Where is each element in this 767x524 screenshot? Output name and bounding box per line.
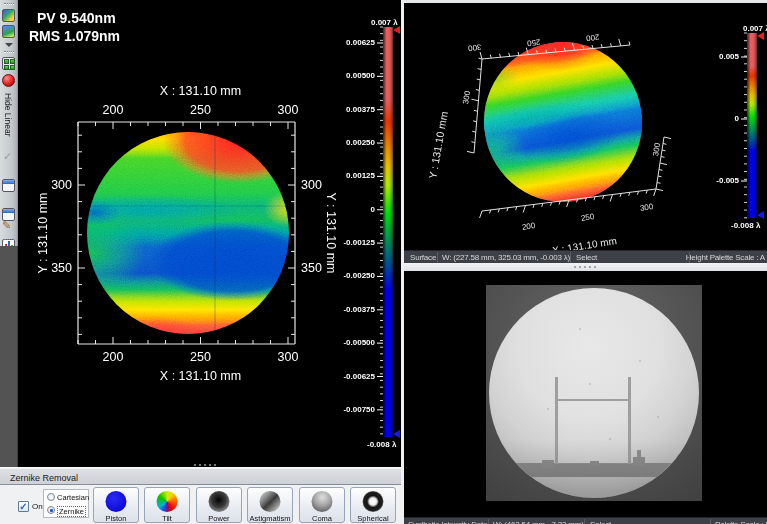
- piston-icon: [106, 491, 127, 512]
- check-icon[interactable]: ✓: [3, 150, 12, 163]
- power-icon: [209, 491, 230, 512]
- status-readout: W: (462.54 mm, -7.32 mm): [493, 520, 584, 524]
- colorbar-2d-max-marker[interactable]: [393, 26, 400, 34]
- colorbar-3d-max-marker[interactable]: [757, 32, 764, 40]
- colorbar-2d-tick-label: -0.00750: [325, 405, 375, 414]
- status-palette-scale: Height Palette Scale : A: [686, 253, 765, 262]
- status-palette-scale: Palette Scale : Intensity: [715, 520, 767, 524]
- zernike-button-label: Power: [197, 514, 241, 523]
- plot3d-back-tick-label: 300: [468, 42, 482, 52]
- zernike-button-label: Tilt: [145, 514, 189, 523]
- x-tick-label-top: 300: [273, 103, 303, 117]
- colorbar-2d-tick-label: 0.00125: [325, 171, 375, 180]
- x-tick-label-bottom: 300: [273, 350, 303, 364]
- colorbar-2d-tick-label: -0.00250: [325, 271, 375, 280]
- colorbar-3d-tick-label: 0: [689, 114, 739, 123]
- zernike-button-power[interactable]: Power: [196, 487, 242, 523]
- status-mode: Surface: [410, 253, 436, 262]
- zernike-button-label: Spherical: [351, 514, 395, 523]
- app-window: Hide Linear ✓ ✎ PV 9.540nm RMS 1.079nm X…: [0, 0, 767, 524]
- toolbar-grip-3[interactable]: [4, 239, 14, 241]
- x-tick-label-top: 200: [98, 103, 128, 117]
- colorbar-2d-min-marker[interactable]: [393, 430, 400, 438]
- dropdown-arrow-icon[interactable]: [5, 43, 13, 47]
- x-axis-title-top: X : 131.10 mm: [128, 84, 273, 98]
- colorbar-3d-tick-label: -0.005: [689, 176, 739, 185]
- radio-cartesian-label[interactable]: Cartesian: [57, 493, 89, 502]
- zernike-panel-header[interactable]: Zernike Removal: [0, 469, 401, 485]
- colorbar-2d-tick-label: 0.00375: [325, 105, 375, 114]
- pencil-icon[interactable]: ✎: [2, 219, 11, 232]
- colorbar-2d-gradient: [383, 27, 393, 437]
- hide-linear-label[interactable]: Hide Linear: [3, 93, 13, 136]
- y-axis-title-left: Y : 131.10 mm: [36, 178, 50, 288]
- plot3d-back-tick-label: 250: [527, 37, 541, 47]
- radio-cartesian[interactable]: [47, 493, 55, 501]
- radio-zernike-label[interactable]: Zernike: [57, 506, 86, 517]
- colorbar-2d-tick-label: 0: [325, 205, 375, 214]
- colorbar-2d-tick-label: 0.00500: [325, 71, 375, 80]
- colorbar-2d-tick-label: 0.00250: [325, 138, 375, 147]
- statusbar-divider: [488, 519, 489, 524]
- surface-map-icon[interactable]: [2, 9, 15, 22]
- on-checkbox-label: On: [32, 502, 43, 511]
- statusbar-divider: [710, 519, 711, 524]
- colorbar-2d-tick-label: -0.00500: [325, 338, 375, 347]
- on-checkbox[interactable]: ✓: [18, 501, 29, 512]
- radio-zernike[interactable]: [47, 506, 55, 514]
- plot3d-x-tick-label: 250: [580, 212, 595, 223]
- zernike-button-astigmatism[interactable]: Astigmatism: [247, 487, 293, 523]
- toolbar-dock-area: [0, 246, 18, 467]
- surface-map-2d-panel: PV 9.540nm RMS 1.079nm X : 131.10 mmX : …: [18, 0, 401, 467]
- status-mode: Synthetic Intensity Data: [408, 520, 487, 524]
- surface-map-2d[interactable]: [87, 132, 289, 334]
- zernike-panel-title: Zernike Removal: [10, 473, 78, 483]
- intensity-image[interactable]: [486, 285, 702, 501]
- zernike-button-tilt[interactable]: Tilt: [144, 487, 190, 523]
- zernike-button-label: Astigmatism: [248, 514, 292, 523]
- camera-panel: [404, 271, 767, 517]
- statusbar-divider: [584, 519, 585, 524]
- status-action: Select: [590, 520, 611, 524]
- colorbar-2d-min-label: -0.008 λ: [367, 440, 396, 449]
- toolbar-grip[interactable]: [4, 3, 14, 5]
- zernike-button-label: Coma: [300, 514, 344, 523]
- surface-map-3d-panel: 200250300X : 131.10 mm300250200300300Y :…: [404, 3, 767, 250]
- zernike-button-spherical[interactable]: Spherical: [350, 487, 396, 523]
- colorbar-2d-tick-label: -0.00625: [325, 372, 375, 381]
- plot3d-back-tick-label: 200: [586, 32, 600, 42]
- colorbar-3d-gradient: [747, 33, 757, 218]
- coma-icon: [312, 491, 333, 512]
- colorbar-3d-min-label: -0.008 λ: [731, 221, 760, 230]
- tile-windows-icon[interactable]: [2, 57, 15, 70]
- status-readout: W: (227.58 mm, 325.03 mm, -0.003 λ): [442, 253, 570, 262]
- colorbar-3d-tick-label: 0.005: [689, 52, 739, 61]
- zernike-button-piston[interactable]: Piston: [93, 487, 139, 523]
- x-tick-label-top: 250: [186, 103, 216, 117]
- sphere-view-icon[interactable]: [2, 74, 15, 87]
- aperture-circle: [489, 288, 699, 498]
- colorbar-2d-tick-label: 0.00625: [325, 38, 375, 47]
- statusbar-camera: Synthetic Intensity DataW: (462.54 mm, -…: [404, 517, 767, 524]
- zernike-button-coma[interactable]: Coma: [299, 487, 345, 523]
- colorbar-3d-min-marker[interactable]: [757, 211, 764, 219]
- zernike-button-label: Piston: [94, 514, 138, 523]
- left-toolbar: Hide Linear ✓ ✎: [0, 0, 18, 246]
- x-tick-label-bottom: 250: [186, 350, 216, 364]
- x-axis-title-bottom: X : 131.10 mm: [128, 369, 273, 383]
- colorbar-2d-tick-label: -0.00375: [325, 305, 375, 314]
- statusbar-3d: SurfaceW: (227.58 mm, 325.03 mm, -0.003 …: [404, 250, 767, 264]
- astigmatism-icon: [260, 491, 281, 512]
- x-tick-label-bottom: 200: [98, 350, 128, 364]
- status-action: Select: [576, 253, 597, 262]
- tilt-icon: [157, 491, 178, 512]
- horizontal-splitter-right[interactable]: [404, 263, 767, 271]
- aperture-vignette: [489, 288, 699, 498]
- toolbar-grip-2[interactable]: [4, 51, 14, 53]
- spherical-icon: [363, 491, 384, 512]
- colorbar-2d-tick-label: -0.00125: [325, 238, 375, 247]
- coordinate-groupbox: Cartesian Zernike: [43, 489, 89, 518]
- window-icon[interactable]: [2, 179, 15, 192]
- surface-map-icon-2[interactable]: [2, 25, 15, 38]
